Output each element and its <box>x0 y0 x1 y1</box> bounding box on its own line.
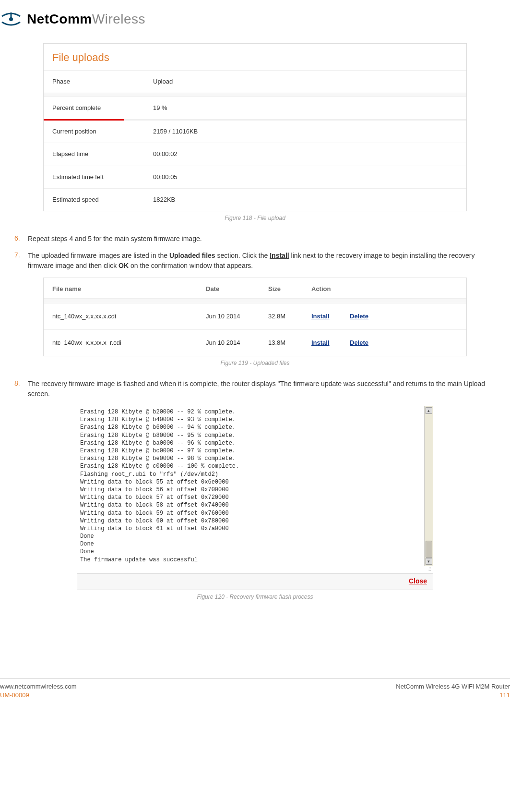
step-7: The uploaded firmware images are listed … <box>14 251 496 271</box>
brand-logo-icon <box>0 10 22 29</box>
file-upload-panel: File uploads Phase Upload Percent comple… <box>43 43 467 211</box>
col-head-size: Size <box>268 285 311 293</box>
file-0-name: ntc_140wx_x.x.xx.x.cdi <box>52 312 206 321</box>
step-7-text: The uploaded firmware images are listed … <box>28 251 496 271</box>
file-0-install-link[interactable]: Install <box>311 312 350 321</box>
col-head-date: Date <box>206 285 268 293</box>
brand-name: NetCommWireless <box>27 10 145 28</box>
brand-name-light: Wireless <box>92 12 145 26</box>
row-remaining: Estimated time left 00:00:05 <box>44 166 466 189</box>
col-head-name: File name <box>52 285 206 293</box>
label-percent: Percent complete <box>52 104 153 112</box>
file-row-1: ntc_140wx_x.x.xx.x_r.cdi Jun 10 2014 13.… <box>44 330 466 356</box>
file-1-name: ntc_140wx_x.x.xx.x_r.cdi <box>52 339 206 347</box>
resize-grip-icon[interactable]: .:: <box>77 566 433 573</box>
file-1-size: 13.8M <box>268 339 311 347</box>
svg-point-1 <box>9 17 13 21</box>
console-scrollbar[interactable]: ▴ ▾ <box>424 406 433 566</box>
scroll-thumb[interactable] <box>426 541 432 558</box>
footer-product: NetComm Wireless 4G WiFi M2M Router <box>396 683 510 690</box>
console-close-bar: Close <box>77 573 433 590</box>
label-phase: Phase <box>52 77 153 86</box>
progress-bar <box>44 119 466 121</box>
steps-list: Repeat steps 4 and 5 for the main system… <box>14 234 496 271</box>
row-speed: Estimated speed 1822KB <box>44 189 466 211</box>
step-8-text: The recovery firmware image is flashed a… <box>28 379 496 399</box>
scroll-up-icon[interactable]: ▴ <box>426 407 432 414</box>
value-speed: 1822KB <box>153 195 458 204</box>
value-percent: 19 % <box>153 104 458 112</box>
files-spacer <box>44 299 466 303</box>
file-0-date: Jun 10 2014 <box>206 312 268 321</box>
file-0-size: 32.8M <box>268 312 311 321</box>
file-0-delete-link[interactable]: Delete <box>350 312 388 321</box>
caption-fig119: Figure 119 - Uploaded files <box>14 359 496 367</box>
files-header-row: File name Date Size Action <box>44 278 466 299</box>
progress-fill <box>44 119 124 121</box>
value-phase: Upload <box>153 77 458 86</box>
footer-url: www.netcommwireless.com <box>0 682 77 691</box>
row-position: Current position 2159 / 11016KB <box>44 121 466 143</box>
value-remaining: 00:00:05 <box>153 173 458 182</box>
console-panel: Erasing 128 Kibyte @ b20000 -- 92 % comp… <box>77 406 433 590</box>
caption-fig118: Figure 118 - File upload <box>14 214 496 222</box>
step-6: Repeat steps 4 and 5 for the main system… <box>14 234 496 244</box>
uploaded-files-panel: File name Date Size Action ntc_140wx_x.x… <box>43 278 467 357</box>
page-footer: www.netcommwireless.com UM-00009 NetComm… <box>0 678 510 700</box>
label-position: Current position <box>52 127 153 136</box>
value-elapsed: 00:00:02 <box>153 150 458 158</box>
footer-um: UM-00009 <box>0 691 29 699</box>
row-percent: Percent complete 19 % <box>44 97 466 120</box>
value-position: 2159 / 11016KB <box>153 127 458 136</box>
footer-page-number: 111 <box>499 691 510 699</box>
file-1-install-link[interactable]: Install <box>311 339 350 347</box>
file-1-delete-link[interactable]: Delete <box>350 339 388 347</box>
step-8: The recovery firmware image is flashed a… <box>14 379 496 399</box>
brand-name-bold: NetComm <box>27 12 92 26</box>
panel-spacer <box>44 93 466 97</box>
caption-fig120: Figure 120 - Recovery firmware flash pro… <box>14 593 496 601</box>
panel-title: File uploads <box>44 44 466 71</box>
console-close-link[interactable]: Close <box>409 577 427 585</box>
label-elapsed: Elapsed time <box>52 150 153 158</box>
step-6-text: Repeat steps 4 and 5 for the main system… <box>28 234 496 244</box>
col-head-action: Action <box>311 285 350 293</box>
steps-list-2: The recovery firmware image is flashed a… <box>14 379 496 399</box>
row-phase: Phase Upload <box>44 71 466 93</box>
row-elapsed: Elapsed time 00:00:02 <box>44 143 466 166</box>
label-remaining: Estimated time left <box>52 173 153 182</box>
label-speed: Estimated speed <box>52 195 153 204</box>
file-row-0: ntc_140wx_x.x.xx.x.cdi Jun 10 2014 32.8M… <box>44 303 466 330</box>
brand-header: NetCommWireless <box>0 10 510 43</box>
file-1-date: Jun 10 2014 <box>206 339 268 347</box>
console-output: Erasing 128 Kibyte @ b20000 -- 92 % comp… <box>77 406 424 566</box>
scroll-down-icon[interactable]: ▾ <box>426 558 432 565</box>
